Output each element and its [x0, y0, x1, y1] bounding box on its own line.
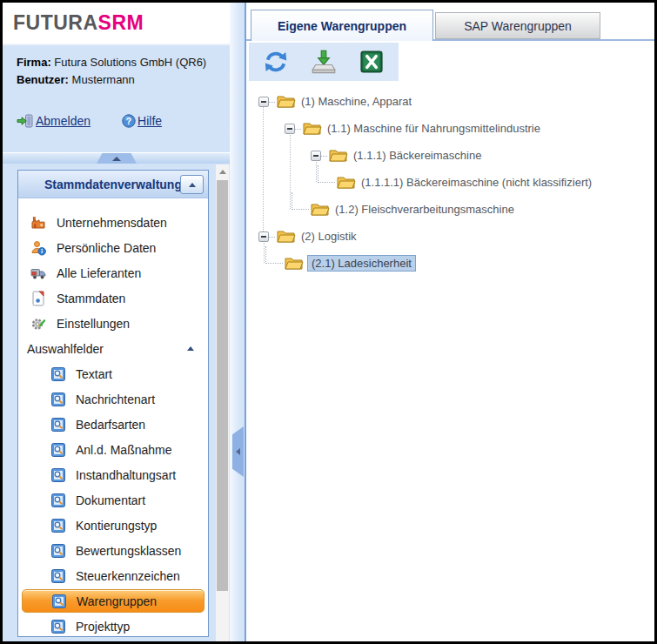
search-icon: [51, 418, 65, 432]
folder-icon[interactable]: [329, 148, 348, 163]
excel-icon: [359, 50, 384, 74]
sub-item-label: Anl.d. Maßnahme: [76, 443, 172, 457]
folder-icon[interactable]: [277, 229, 296, 244]
tree-node-label[interactable]: (1.1) Maschine für Nahrungsmittelindustr…: [327, 122, 540, 135]
sidebar-item-nachrichtenart[interactable]: Nachrichtenart: [18, 386, 208, 412]
sidebar-item-warengruppen[interactable]: Warengruppen: [22, 589, 204, 613]
search-icon: [51, 544, 65, 558]
search-icon: [51, 569, 65, 583]
tree-node: (1.1.1) Bäckereimaschine: [251, 142, 652, 169]
sidebar-item-projekttyp[interactable]: Projekttyp: [18, 614, 208, 639]
sidebar-item-label: Unternehmensdaten: [57, 216, 167, 230]
sub-item-label: Dokumentart: [76, 493, 145, 507]
search-icon: [51, 392, 65, 406]
logo-text-accent: SRM: [98, 11, 144, 35]
sidebar-item-instandhaltungsart[interactable]: Instandhaltungsart: [18, 462, 208, 487]
import-icon: [311, 50, 337, 74]
tree-node-label[interactable]: (1.2) Fleischverarbeitungsmaschine: [335, 203, 514, 216]
folder-icon[interactable]: [303, 121, 322, 136]
panel-collapse-button[interactable]: [180, 175, 204, 194]
sidebar-item-label: Einstellungen: [57, 317, 130, 331]
suppliers-icon: [30, 265, 46, 281]
sidebar-item-kontierungstyp[interactable]: Kontierungstyp: [18, 513, 208, 538]
panel-header: Stammdatenverwaltung: [18, 171, 208, 198]
folder-icon[interactable]: [337, 175, 356, 190]
collapse-minus-icon[interactable]: [285, 124, 295, 134]
sub-item-label: Steuerkennzeichen: [76, 569, 180, 583]
logout-link[interactable]: Abmelden: [17, 113, 91, 129]
master-data-panel: Stammdatenverwaltung Unterne: [17, 170, 209, 637]
help-label: Hilfe: [137, 114, 162, 128]
sub-item-label: Projekttyp: [76, 620, 130, 634]
collapse-up-icon: [112, 157, 121, 161]
sidebar-item-unternehmensdaten[interactable]: Unternehmensdaten: [18, 210, 208, 235]
tree-node-label[interactable]: (1.1.1) Bäckereimaschine: [353, 149, 481, 162]
sidebar-item-anld-massnahme[interactable]: Anl.d. Maßnahme: [18, 437, 208, 462]
tree-node-label[interactable]: (2.1) Ladesicherheit: [307, 255, 416, 272]
tree-rail: [316, 160, 318, 182]
folder-icon[interactable]: [277, 94, 296, 109]
tree-node-label[interactable]: (2) Logistik: [301, 230, 357, 243]
sidebar-item-label: Persönliche Daten: [57, 241, 156, 255]
sub-item-label: Bedarfsarten: [76, 418, 145, 432]
search-icon: [51, 620, 65, 634]
sidebar-item-alle-lieferanten[interactable]: Alle Lieferanten: [18, 260, 208, 285]
sidebar-item-label: Stammdaten: [57, 292, 125, 305]
settings-icon: [30, 316, 46, 332]
scroll-up-icon: [219, 170, 226, 174]
user-info-block: Firma: Futura Solutions GmbH (QR6) Benut…: [17, 54, 206, 89]
sidebar-item-stammdaten[interactable]: Stammdaten: [18, 285, 208, 311]
tree-toolbar: [249, 43, 399, 81]
main-content: Eigene Warengruppen SAP Warengruppen: [246, 3, 654, 641]
tree-connector: [269, 236, 275, 238]
search-icon: [51, 468, 65, 482]
sidebar-item-label: Alle Lieferanten: [57, 266, 141, 280]
splitter-collapse-handle[interactable]: [232, 426, 244, 477]
help-link[interactable]: ? Hilfe: [122, 114, 162, 128]
tab-label: SAP Warengruppen: [464, 19, 572, 33]
sidebar: FUTURA SRM Firma: Futura Solutions GmbH …: [3, 3, 230, 641]
tab-eigene-warengruppen[interactable]: Eigene Warengruppen: [251, 10, 433, 41]
sidebar-group-auswahlfelder[interactable]: Auswahlfelder: [18, 336, 208, 361]
sidebar-item-bedarfsarten[interactable]: Bedarfsarten: [18, 412, 208, 437]
personal-data-icon: [30, 240, 46, 256]
tree-connector: [269, 101, 275, 103]
sidebar-item-steuerkennzeichen[interactable]: Steuerkennzeichen: [18, 563, 208, 588]
tree-elbow-connector: [292, 192, 309, 210]
sidebar-item-bewertungsklassen[interactable]: Bewertungsklassen: [18, 538, 208, 563]
sidebar-item-einstellungen[interactable]: Einstellungen: [18, 311, 208, 336]
company-line: Firma: Futura Solutions GmbH (QR6): [17, 54, 206, 71]
collapse-minus-icon[interactable]: [258, 231, 269, 242]
svg-text:?: ?: [126, 116, 131, 126]
group-collapse-icon: [187, 346, 194, 351]
user-label: Benutzer:: [17, 73, 69, 86]
company-label: Firma:: [17, 56, 51, 69]
scrollbar-up-button[interactable]: [216, 164, 229, 178]
excel-export-button[interactable]: [357, 47, 386, 77]
scrollbar-thumb[interactable]: [217, 180, 228, 591]
tree-elbow-connector: [318, 165, 335, 183]
top-collapse-bar: [3, 152, 230, 164]
folder-icon[interactable]: [285, 256, 304, 271]
tree-node: (1.1) Maschine für Nahrungsmittelindustr…: [251, 115, 652, 142]
refresh-button[interactable]: [261, 47, 291, 77]
sidebar-item-dokumentart[interactable]: Dokumentart: [18, 487, 208, 513]
tree-node-label[interactable]: (1.1.1.1) Bäckereimaschine (nicht klassi…: [361, 176, 592, 189]
panel-splitter[interactable]: [230, 3, 246, 641]
sidebar-item-persoenliche-daten[interactable]: Persönliche Daten: [18, 235, 208, 260]
tab-sap-warengruppen[interactable]: SAP Warengruppen: [435, 12, 600, 39]
collapse-minus-icon[interactable]: [258, 97, 269, 107]
import-button[interactable]: [309, 47, 339, 77]
search-icon: [52, 594, 66, 608]
tree-node-label[interactable]: (1) Maschine, Apparat: [301, 95, 412, 108]
sub-item-label: Kontierungstyp: [76, 519, 157, 533]
collapse-minus-icon[interactable]: [311, 151, 321, 161]
refresh-icon: [263, 50, 289, 74]
tree-node: (1) Maschine, Apparat: [251, 88, 652, 115]
folder-icon[interactable]: [311, 202, 330, 217]
collapse-up-handle[interactable]: [97, 153, 137, 164]
sidebar-scrollbar[interactable]: [216, 164, 229, 641]
sidebar-item-textart[interactable]: Textart: [18, 361, 208, 386]
sub-item-label: Warengruppen: [77, 594, 157, 608]
panel-title: Stammdatenverwaltung: [44, 178, 182, 191]
